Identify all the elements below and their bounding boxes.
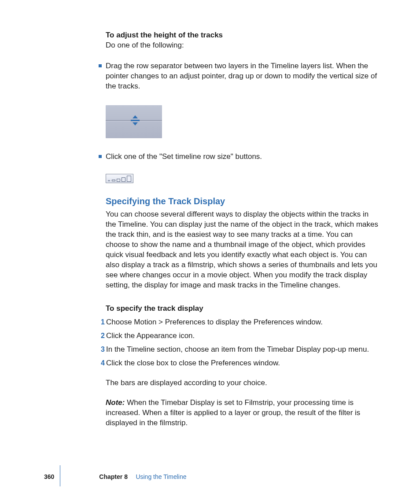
note-body: When the Timebar Display is set to Films… — [106, 398, 360, 427]
bullet-text: Drag the row separator between two layer… — [106, 61, 379, 91]
step-item: 4 Click the close box to close the Prefe… — [106, 358, 379, 368]
adjust-pointer-down-icon — [133, 122, 138, 125]
step-number: 2 — [99, 331, 105, 341]
note-block: Note: When the Timebar Display is set to… — [106, 397, 379, 428]
specify-track-display-heading: To specify the track display — [106, 303, 379, 313]
step-number: 3 — [99, 344, 105, 354]
page-footer: 360 Chapter 8 Using the Timeline — [44, 472, 187, 481]
note-label: Note: — [106, 398, 125, 407]
adjust-height-lead: Do one of the following: — [106, 41, 184, 49]
footer-chapter: Chapter 8 Using the Timeline — [99, 473, 186, 481]
step-item: 3 In the Timeline section, choose an ite… — [106, 344, 379, 354]
adjust-height-heading: To adjust the height of the tracks — [106, 31, 223, 39]
adjust-pointer-up-icon — [133, 115, 138, 118]
step-text: Click the close box to close the Prefere… — [106, 358, 379, 368]
adjust-height-block: To adjust the height of the tracks Do on… — [106, 30, 379, 50]
section-heading-track-display: Specifying the Track Display — [106, 196, 379, 206]
figure-row-separator — [106, 105, 379, 138]
page-number: 360 — [44, 473, 54, 480]
step-text: In the Timeline section, choose an item … — [106, 344, 379, 354]
adjust-pointer-bar-icon — [131, 120, 140, 121]
step-number: 1 — [99, 317, 105, 327]
row-size-large-icon — [127, 176, 131, 182]
step-item: 2 Click the Appearance icon. — [106, 331, 379, 341]
row-separator-illustration — [106, 105, 162, 138]
step-text: Choose Motion > Preferences to display t… — [106, 317, 379, 327]
bullet-text: Click one of the "Set timeline row size"… — [106, 151, 379, 162]
figure-row-size-buttons — [106, 174, 379, 183]
step-item: 1 Choose Motion > Preferences to display… — [106, 317, 379, 327]
square-bullet-icon — [99, 64, 102, 67]
row-size-smallest-icon — [112, 180, 115, 181]
bullet-item: Click one of the "Set timeline row size"… — [106, 151, 379, 162]
row-size-small-icon — [117, 179, 120, 182]
row-size-handle-icon — [108, 180, 110, 181]
row-size-medium-icon — [122, 177, 125, 182]
step-number: 4 — [99, 358, 105, 368]
track-display-body: You can choose several different ways to… — [106, 209, 379, 290]
page: To adjust the height of the tracks Do on… — [0, 0, 420, 504]
chapter-label: Chapter 8 — [99, 473, 128, 480]
square-bullet-icon — [99, 155, 102, 158]
chapter-title: Using the Timeline — [136, 473, 186, 480]
content-column: To adjust the height of the tracks Do on… — [106, 30, 379, 428]
bullet-item: Drag the row separator between two layer… — [106, 61, 379, 91]
row-size-button-group — [106, 174, 133, 183]
step-text: Click the Appearance icon. — [106, 331, 379, 341]
result-text: The bars are displayed according to your… — [106, 378, 379, 388]
